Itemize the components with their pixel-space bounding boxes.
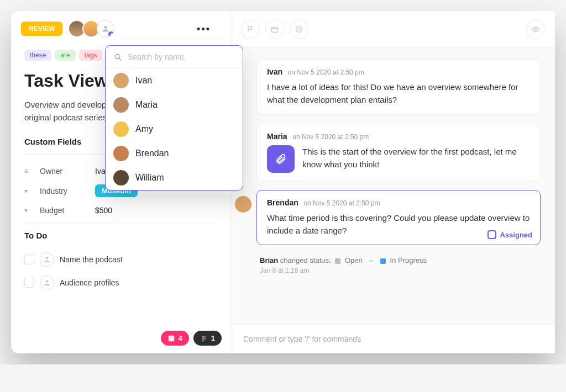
- todo-label: Name the podcast: [60, 255, 123, 264]
- more-menu-button[interactable]: •••: [197, 23, 221, 35]
- composer-placeholder: Comment or type '/' for commands: [243, 335, 361, 343]
- integration-badge-a[interactable]: 4: [161, 331, 189, 346]
- activity-status-to: In Progress: [390, 256, 427, 264]
- task-window: REVIEW + ••• these are tags Task View Ov…: [11, 11, 555, 353]
- clock-icon: [295, 25, 303, 34]
- avatar: [113, 121, 129, 137]
- dropdown-field-icon: ▾: [24, 187, 34, 195]
- cf-label: Industry: [40, 187, 95, 195]
- text-field-icon: ≡: [24, 167, 34, 175]
- activity-timestamp: Jan 8 at 1:18 am: [260, 267, 541, 274]
- people-dropdown: Ivan Maria Amy Brendan William: [105, 45, 243, 190]
- arrow-icon: →: [366, 256, 374, 264]
- avatar: [113, 97, 129, 113]
- status-badge[interactable]: REVIEW: [21, 22, 62, 36]
- left-topbar: REVIEW + •••: [11, 11, 230, 46]
- custom-field-row: ▾ Budget $500: [24, 202, 217, 219]
- dropdown-field-icon: ▾: [24, 206, 34, 214]
- attachment-button[interactable]: [267, 145, 295, 173]
- person-name: Amy: [135, 124, 153, 134]
- person-name: Brendan: [135, 149, 169, 158]
- dropdown-person[interactable]: William: [106, 166, 243, 190]
- checkbox-icon: [488, 230, 496, 239]
- todo-item[interactable]: Name the podcast: [24, 248, 217, 271]
- date-button[interactable]: [265, 20, 284, 39]
- comment-avatar: [235, 196, 251, 213]
- comment-body: I have a lot of ideas for this! Do we ha…: [267, 81, 530, 107]
- priority-button[interactable]: [241, 20, 260, 39]
- svg-point-14: [534, 28, 536, 30]
- svg-point-2: [46, 280, 49, 283]
- badge-count: 4: [179, 334, 182, 342]
- paperclip-icon: [275, 153, 287, 165]
- calendar-icon: [270, 25, 279, 34]
- status-color-to: [380, 258, 386, 264]
- status-color-from: [335, 258, 340, 264]
- figma-icon: [200, 335, 208, 342]
- comment-time: on Nov 5 2020 at 2:50 pm: [303, 199, 380, 207]
- tag-item[interactable]: tags: [79, 50, 103, 61]
- dropdown-person[interactable]: Maria: [106, 93, 243, 117]
- svg-point-9: [115, 54, 119, 59]
- dropdown-search: [106, 46, 243, 68]
- plus-icon: +: [107, 30, 114, 38]
- dropdown-person[interactable]: Ivan: [106, 68, 243, 93]
- avatar: [113, 170, 129, 186]
- dropdown-person[interactable]: Amy: [106, 117, 243, 141]
- svg-rect-11: [272, 27, 278, 32]
- svg-rect-3: [168, 335, 174, 341]
- comment-author: Maria: [267, 132, 287, 141]
- user-icon: [43, 278, 51, 287]
- dropdown-person[interactable]: Brendan: [106, 141, 243, 166]
- assign-user-button[interactable]: [40, 276, 54, 290]
- comments-list: Ivan on Nov 5 2020 at 2:50 pm I have a l…: [231, 48, 555, 324]
- avatar: [113, 73, 129, 88]
- svg-point-6: [202, 337, 204, 340]
- cf-value[interactable]: $500: [95, 206, 112, 215]
- integration-badge-b[interactable]: 1: [193, 331, 222, 346]
- right-topbar: [231, 11, 555, 48]
- person-name: Maria: [135, 100, 158, 110]
- assigned-toggle[interactable]: Assigned: [488, 230, 532, 239]
- todo-item[interactable]: Audience profiles: [24, 271, 217, 294]
- comment-author: Brendan: [267, 198, 298, 207]
- comment-time: on Nov 5 2020 at 2:50 pm: [292, 133, 369, 141]
- comment-item-highlighted: Brendan on Nov 5 2020 at 2:50 pm What ti…: [256, 190, 541, 246]
- todo-label: Audience profiles: [60, 278, 119, 287]
- comment-body: This is the start of the overview for th…: [302, 145, 530, 171]
- avatar: [113, 146, 129, 161]
- divider: [24, 223, 217, 223]
- svg-line-10: [119, 59, 121, 60]
- cf-label: Budget: [40, 206, 95, 215]
- svg-point-7: [202, 340, 204, 342]
- search-input[interactable]: [128, 52, 235, 61]
- left-footer: 4 1: [11, 323, 230, 353]
- cf-label: Owner: [40, 167, 95, 176]
- svg-point-8: [204, 337, 206, 340]
- checkbox[interactable]: [24, 255, 34, 264]
- activity-status-from: Open: [345, 256, 363, 264]
- user-icon: [43, 255, 51, 264]
- eye-icon: [531, 25, 540, 34]
- activity-verb: changed status:: [280, 256, 331, 264]
- activity-log-entry: Brian changed status: Open → In Progress…: [256, 254, 541, 274]
- person-name: Ivan: [135, 76, 152, 86]
- comment-time: on Nov 5 2020 at 2:50 pm: [288, 68, 364, 76]
- activity-user: Brian: [260, 256, 278, 264]
- svg-point-1: [46, 257, 49, 259]
- time-button[interactable]: [290, 20, 308, 39]
- invision-icon: [167, 335, 175, 342]
- add-assignee-button[interactable]: +: [97, 20, 114, 38]
- checkbox[interactable]: [24, 278, 34, 288]
- comment-composer[interactable]: Comment or type '/' for commands: [231, 324, 555, 353]
- assign-user-button[interactable]: [40, 252, 54, 267]
- watch-button[interactable]: [526, 20, 545, 39]
- badge-count: 1: [211, 334, 215, 342]
- todo-heading: To Do: [24, 231, 217, 240]
- comment-author: Ivan: [267, 67, 282, 76]
- tag-item[interactable]: these: [24, 50, 51, 61]
- comment-item: Ivan on Nov 5 2020 at 2:50 pm I have a l…: [256, 59, 541, 115]
- person-name: William: [135, 173, 164, 183]
- tag-item[interactable]: are: [55, 50, 75, 61]
- search-icon: [113, 52, 122, 61]
